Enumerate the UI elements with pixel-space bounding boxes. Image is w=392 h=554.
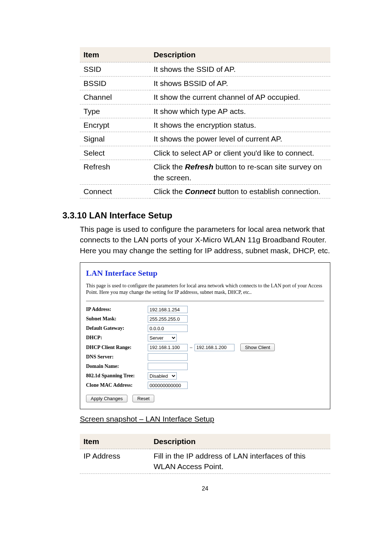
default-gateway-input[interactable] bbox=[148, 325, 188, 332]
page-number: 24 bbox=[80, 485, 330, 493]
ap-survey-description-table: Item Description SSID It shows the SSID … bbox=[80, 47, 330, 198]
subnet-mask-input[interactable] bbox=[148, 315, 188, 323]
table-row: Select Click to select AP or client you'… bbox=[80, 146, 330, 160]
section-body: This page is used to configure the param… bbox=[80, 224, 330, 256]
desc-cell: Click the Connect button to establish co… bbox=[150, 184, 330, 198]
table-header-item: Item bbox=[80, 434, 150, 449]
dhcp-client-range-label: DHCP Client Range: bbox=[86, 344, 148, 351]
snapshot-caption: Screen snapshot – LAN Interface Setup bbox=[80, 414, 330, 424]
ip-address-input[interactable] bbox=[148, 306, 188, 313]
item-cell: Connect bbox=[80, 184, 150, 198]
item-cell: Type bbox=[80, 104, 150, 118]
clone-mac-label: Clone MAC Address: bbox=[86, 382, 148, 389]
dhcp-range-end-input[interactable] bbox=[195, 344, 234, 351]
item-cell: Encrypt bbox=[80, 118, 150, 132]
dhcp-select[interactable]: Server bbox=[148, 334, 177, 341]
desc-bold: Connect bbox=[185, 187, 216, 196]
section-heading: 3.3.10 LAN Interface Setup bbox=[62, 209, 330, 222]
domain-name-input[interactable] bbox=[148, 363, 188, 370]
item-cell: Channel bbox=[80, 90, 150, 104]
desc-prefix: Click the bbox=[154, 163, 185, 171]
desc-cell: It shows the SSID of AP. bbox=[150, 62, 330, 76]
clone-mac-input[interactable] bbox=[148, 382, 188, 389]
desc-prefix: Click the bbox=[154, 187, 185, 196]
spanning-tree-label: 802.1d Spanning Tree: bbox=[86, 372, 148, 379]
apply-changes-button[interactable]: Apply Changes bbox=[86, 395, 127, 402]
table-row: SSID It shows the SSID of AP. bbox=[80, 62, 330, 76]
lan-interface-description-table: Item Description IP Address Fill in the … bbox=[80, 434, 330, 474]
panel-title: LAN Interface Setup bbox=[86, 268, 324, 279]
desc-bold: Refresh bbox=[185, 163, 213, 171]
item-cell: Select bbox=[80, 146, 150, 160]
item-cell: Refresh bbox=[80, 160, 150, 185]
dns-server-label: DNS Server: bbox=[86, 353, 148, 361]
table-row: Connect Click the Connect button to esta… bbox=[80, 184, 330, 198]
panel-divider bbox=[86, 301, 324, 301]
desc-cell: Click to select AP or client you'd like … bbox=[150, 146, 330, 160]
table-row: IP Address Fill in the IP address of LAN… bbox=[80, 449, 330, 474]
dhcp-range-start-input[interactable] bbox=[148, 344, 188, 351]
desc-cell: Click the Refresh button to re-scan site… bbox=[150, 160, 330, 185]
desc-cell: It show which type AP acts. bbox=[150, 104, 330, 118]
table-header-description: Description bbox=[150, 434, 330, 449]
range-dash: – bbox=[190, 344, 192, 351]
domain-name-label: Domain Name: bbox=[86, 363, 148, 370]
desc-suffix: button to establish connection. bbox=[216, 187, 321, 196]
dhcp-label: DHCP: bbox=[86, 334, 148, 341]
lan-interface-setup-panel: LAN Interface Setup This page is used to… bbox=[80, 262, 330, 409]
table-row: BSSID It shows BSSID of AP. bbox=[80, 76, 330, 90]
panel-intro: This page is used to configure the param… bbox=[86, 283, 324, 296]
dns-server-input[interactable] bbox=[148, 353, 188, 361]
table-header-item: Item bbox=[80, 47, 150, 62]
spanning-tree-select[interactable]: Disabled bbox=[148, 372, 177, 379]
desc-cell: Fill in the IP address of LAN interfaces… bbox=[150, 449, 330, 474]
default-gateway-label: Default Gateway: bbox=[86, 325, 148, 332]
subnet-mask-label: Subnet Mask: bbox=[86, 315, 148, 323]
desc-cell: It shows BSSID of AP. bbox=[150, 76, 330, 90]
desc-cell: It show the current channel of AP occupi… bbox=[150, 90, 330, 104]
table-header-description: Description bbox=[150, 47, 330, 62]
desc-cell: It shows the encryption status. bbox=[150, 118, 330, 132]
section-number: 3.3.10 bbox=[62, 210, 87, 220]
table-row: Channel It show the current channel of A… bbox=[80, 90, 330, 104]
table-row: Encrypt It shows the encryption status. bbox=[80, 118, 330, 132]
table-row: Type It show which type AP acts. bbox=[80, 104, 330, 118]
item-cell: IP Address bbox=[80, 449, 150, 474]
show-client-button[interactable]: Show Client bbox=[240, 344, 275, 351]
item-cell: Signal bbox=[80, 132, 150, 146]
item-cell: SSID bbox=[80, 62, 150, 76]
reset-button[interactable]: Reset bbox=[132, 395, 154, 402]
table-row: Signal It shows the power level of curre… bbox=[80, 132, 330, 146]
ip-address-label: IP Address: bbox=[86, 306, 148, 313]
table-row: Refresh Click the Refresh button to re-s… bbox=[80, 160, 330, 185]
desc-cell: It shows the power level of current AP. bbox=[150, 132, 330, 146]
section-title: LAN Interface Setup bbox=[89, 210, 172, 220]
item-cell: BSSID bbox=[80, 76, 150, 90]
